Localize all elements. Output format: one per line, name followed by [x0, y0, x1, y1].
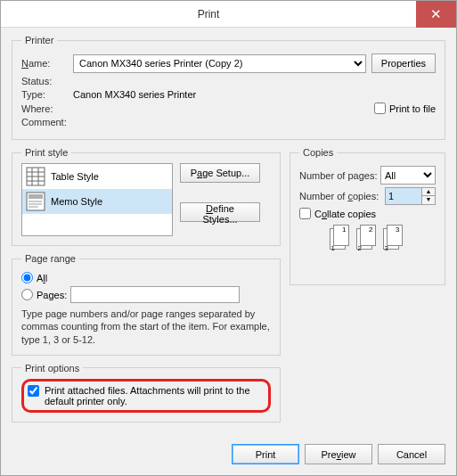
copies-group: Copies Number of pages:Number of pages: … [290, 147, 445, 285]
print-attached-checkbox[interactable] [28, 385, 39, 397]
status-label: Status: [21, 76, 73, 86]
range-pages-radio[interactable]: Pages: [21, 286, 271, 303]
type-value: Canon MX340 series Printer [73, 89, 196, 100]
page-range-group: Page range AllAll Pages: Type page numbe… [12, 253, 281, 356]
spin-up-icon[interactable]: ▲ [422, 188, 435, 196]
highlight-box: Print attached files. Attachments will p… [21, 379, 271, 413]
style-item-memo[interactable]: Memo Style [22, 189, 172, 214]
num-copies-stepper[interactable]: ▲▼ [385, 187, 436, 205]
style-list[interactable]: Table Style Memo Style [21, 163, 173, 236]
where-label: Where: [21, 103, 73, 114]
num-pages-select[interactable]: All [380, 166, 436, 185]
titlebar: Print ✕ [1, 1, 456, 28]
page-range-help: Type page numbers and/or page ranges sep… [21, 308, 271, 346]
preview-button[interactable]: PreviewPreview [305, 444, 372, 464]
print-attached-label: Print attached files. Attachments will p… [45, 385, 265, 406]
close-icon[interactable]: ✕ [416, 1, 456, 28]
print-button[interactable]: Print [232, 444, 299, 464]
num-copies-label: Number of copies:Number of copies: [299, 191, 385, 201]
page-range-legend: Page range [21, 253, 79, 264]
printer-group: Printer NName:ame: Canon MX340 series Pr… [12, 35, 445, 140]
print-style-legend: Print style [21, 147, 71, 158]
style-item-table[interactable]: Table Style [22, 164, 172, 189]
print-style-group: Print style Table Style [12, 147, 281, 246]
num-pages-label: Number of pages:Number of pages: [299, 170, 380, 181]
num-copies-input[interactable] [386, 188, 421, 204]
page-setup-button[interactable]: Page Setup...Page Setup... [180, 163, 260, 183]
properties-button[interactable]: Properties [371, 53, 436, 73]
define-styles-button[interactable]: Define Styles...Define Styles... [180, 202, 260, 222]
memo-style-icon [26, 192, 45, 211]
print-to-file-check[interactable]: Print to file [374, 103, 436, 114]
name-label: NName:ame: [21, 58, 73, 69]
print-options-group: Print options Print attached files. Atta… [12, 363, 281, 423]
printer-name-select[interactable]: Canon MX340 series Printer (Copy 2) [73, 54, 366, 73]
comment-label: Comment: [21, 117, 73, 127]
print-options-legend: Print options [21, 363, 83, 373]
collate-check[interactable]: Collate copiesCollate copies [299, 208, 436, 219]
printer-legend: Printer [21, 35, 57, 45]
spin-down-icon[interactable]: ▼ [422, 196, 435, 204]
footer-buttons: Print PreviewPreview Cancel [232, 444, 445, 464]
collate-preview-icon: 11 22 33 [299, 228, 436, 253]
type-label: Type: [21, 89, 73, 100]
pages-input[interactable] [70, 286, 240, 303]
svg-rect-7 [29, 194, 43, 199]
style-label: Table Style [51, 171, 99, 182]
style-label: Memo Style [51, 196, 102, 207]
copies-legend: Copies [299, 147, 337, 158]
table-style-icon [26, 167, 45, 186]
window-title: Print [1, 8, 416, 21]
range-all-radio[interactable]: AllAll [21, 272, 271, 283]
cancel-button[interactable]: Cancel [378, 444, 445, 464]
print-to-file-checkbox[interactable] [374, 103, 386, 114]
print-dialog: Print ✕ Printer NName:ame: Canon MX340 s… [0, 0, 457, 476]
